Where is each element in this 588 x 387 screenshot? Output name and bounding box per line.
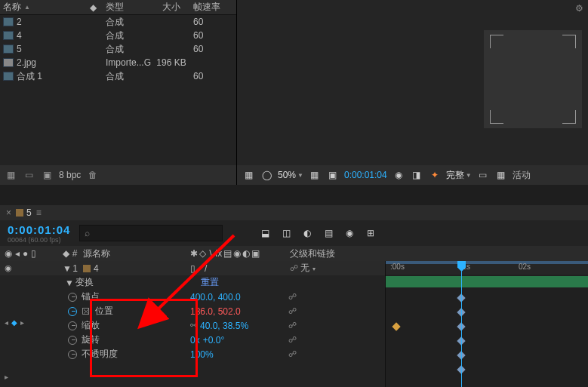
new-comp-icon[interactable]: ▣ [41,170,53,180]
grid-icon[interactable]: ▦ [308,168,322,182]
stopwatch-icon[interactable] [68,293,77,302]
comp-mini-flowchart-icon[interactable]: ⬓ [258,226,272,240]
expression-pickwhip-icon[interactable]: ☍ [288,349,297,359]
pickwhip-icon[interactable]: ☍ [290,263,298,272]
keyframe-navigator[interactable]: ◂ ◆ ▸ [5,318,24,327]
property-row-rotation[interactable]: 旋转 0x +0.0° ☍ [0,333,385,347]
tab-swatch [16,209,23,217]
project-row[interactable]: 4 合成 60 [0,29,236,42]
col-type-header[interactable]: 类型 [103,1,152,14]
source-name-header[interactable]: 源名称 [80,247,190,260]
stopwatch-icon[interactable] [68,350,77,359]
color-mgmt-icon[interactable]: ✦ [428,168,442,182]
tag-swatch-header: ◆ [63,248,69,259]
project-row[interactable]: 2 合成 60 [0,15,236,29]
anchor-value[interactable]: 400.0, 400.0 [190,292,288,303]
layer-switch[interactable]: / [205,263,207,274]
audio-header-icon[interactable]: ◂ [15,248,20,259]
tag-icon: ◆ [90,2,97,13]
flowchart-icon[interactable]: ⚙ [575,3,583,14]
solo-header-icon[interactable]: ● [23,248,28,259]
draft-3d-icon[interactable]: ◫ [279,226,293,240]
active-camera-dropdown[interactable]: 活动 [513,169,531,182]
col-fps-header[interactable]: 帧速率 [190,1,236,14]
comp-icon [3,45,14,54]
shy-icon[interactable]: ◐ [300,226,314,240]
parent-dropdown[interactable]: 无 [300,263,309,273]
position-value[interactable]: 186.0, 502.0 [190,306,288,317]
opacity-value[interactable]: 100% [190,349,288,360]
trash-icon[interactable]: 🗑 [87,170,99,180]
stopwatch-icon[interactable] [68,307,77,316]
rotation-value[interactable]: 0x +0.0° [190,335,288,346]
twirl-down-icon[interactable]: ▼ [65,278,72,288]
snapshot-icon[interactable]: ◉ [392,168,405,182]
bpc-toggle[interactable]: 8 bpc [59,170,81,180]
transform-group[interactable]: ▼ 变换 重置 [0,275,385,290]
frame-blend-icon[interactable]: ▤ [322,226,335,240]
col-tag-header[interactable]: ◆ [83,2,103,13]
reset-link[interactable]: 重置 [201,276,219,289]
stopwatch-icon[interactable] [68,336,77,345]
layer-duration-bar[interactable] [386,276,588,287]
twirl-down-icon[interactable]: ▼ [63,263,70,274]
parent-link-header[interactable]: 父级和链接 [287,247,383,260]
timeline-search-input[interactable]: ⌕ [79,225,223,241]
new-folder-icon[interactable]: ▭ [23,170,35,180]
project-row[interactable]: 5 合成 60 [0,42,236,56]
guides-icon[interactable]: ▣ [326,168,340,182]
project-row[interactable]: 合成 1 合成 60 [0,69,236,83]
lock-header-icon[interactable]: ▯ [31,248,36,259]
switch-icon: ◐ [242,248,250,259]
expression-pickwhip-icon[interactable]: ☍ [288,335,297,345]
timeline-timecode[interactable]: 0:00:01:04 [8,223,70,236]
interpret-footage-icon[interactable]: ▦ [5,170,17,180]
switch-icon: ▣ [251,248,260,259]
time-ruler[interactable]: :00s 01s 02s [386,261,588,275]
property-row-opacity[interactable]: 不透明度 100% ☍ [0,347,385,361]
prev-key-icon[interactable]: ◂ [5,318,8,327]
link-constrain-icon[interactable]: ⚯ [190,321,197,330]
roi-icon[interactable]: ▭ [476,168,490,182]
transparency-grid-icon[interactable]: ▦ [494,168,508,182]
comp-viewport [484,30,582,128]
expression-pickwhip-icon[interactable]: ☍ [288,292,297,302]
timeline-graph[interactable]: :00s 01s 02s [385,261,588,387]
zoom-dropdown[interactable]: 50%▼ [278,170,303,180]
current-time-display[interactable]: 0:00:01:04 [344,170,387,180]
property-row-position[interactable]: ⮽ 位置 186.0, 502.0 ☍ [0,304,385,318]
add-key-icon[interactable]: ◆ [11,318,17,327]
mask-toggle-icon[interactable]: ◯ [260,168,273,182]
chevron-down-icon: ▼ [297,172,303,179]
expression-pickwhip-icon[interactable]: ☍ [288,306,297,316]
property-row-scale[interactable]: 缩放 ⚯ 40.0, 38.5% ☍ [0,318,385,333]
toggle-switches-icon[interactable]: ▸ [5,373,8,381]
show-channel-icon[interactable]: ◨ [410,168,423,182]
work-area-bar[interactable] [386,261,588,264]
timeline-tab[interactable]: 5 [16,207,32,218]
col-size-header[interactable]: 大小 [152,1,190,14]
motion-blur-icon[interactable]: ◉ [343,226,356,240]
keyframe-diamond[interactable] [392,322,400,330]
alpha-toggle-icon[interactable]: ▦ [242,168,255,182]
resolution-dropdown[interactable]: 完整▼ [446,169,472,182]
visibility-header-icon[interactable]: ◉ [5,248,12,259]
project-row[interactable]: 2.jpg Importe...G 196 KB [0,56,236,69]
expression-pickwhip-icon[interactable]: ☍ [288,321,297,330]
next-key-icon[interactable]: ▸ [20,318,24,327]
visibility-toggle-icon[interactable]: ◉ [5,263,12,273]
scale-value[interactable]: ⚯ 40.0, 38.5% [190,321,288,331]
project-columns-header: 名称 ▲ ◆ 类型 大小 帧速率 [0,0,236,15]
layer-switch[interactable]: ▯ [190,263,195,274]
property-row-anchor[interactable]: 锚点 400.0, 400.0 ☍ [0,290,385,304]
stopwatch-icon[interactable] [68,321,77,330]
close-tab-icon[interactable]: × [6,207,11,218]
tab-menu-icon[interactable]: ≡ [36,207,42,218]
layer-row[interactable]: ◉ ▼ 1 4 ▯ / [0,261,385,275]
col-name-header[interactable]: 名称 ▲ [0,1,83,14]
composition-viewer[interactable]: ⚙ [237,0,588,165]
layer-name[interactable]: 4 [94,263,99,274]
graph-editor-icon[interactable]: ⊞ [364,226,377,240]
playhead[interactable] [461,261,462,387]
viewer-toolbar: ▦ ◯ 50%▼ ▦ ▣ 0:00:01:04 ◉ ◨ ✦ 完整▼ ▭ ▦ 活动 [237,165,588,185]
